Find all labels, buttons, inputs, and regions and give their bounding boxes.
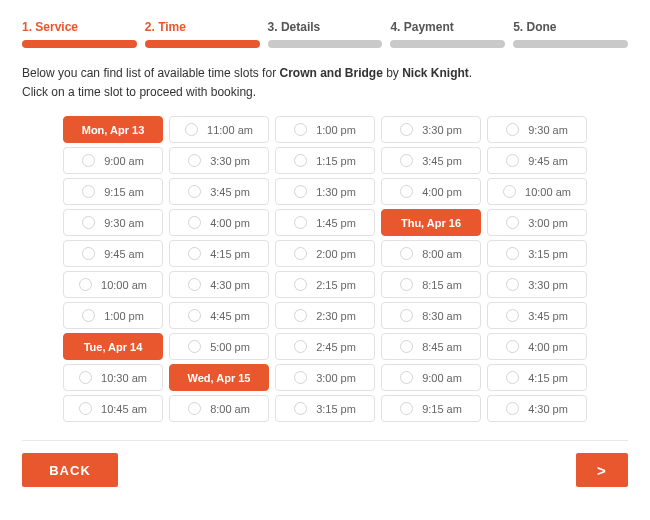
radio-icon — [188, 154, 201, 167]
timeslot[interactable]: 3:45 pm — [381, 147, 481, 174]
next-button[interactable]: > — [576, 453, 628, 487]
timeslot[interactable]: 3:15 pm — [487, 240, 587, 267]
timeslot-column: 3:30 pm3:45 pm4:00 pmThu, Apr 168:00 am8… — [381, 116, 481, 422]
step-label: 1. Service — [22, 20, 137, 34]
timeslot[interactable]: 11:00 am — [169, 116, 269, 143]
radio-icon — [400, 185, 413, 198]
slot-time: 9:45 am — [104, 248, 144, 260]
timeslot[interactable]: 3:30 pm — [487, 271, 587, 298]
back-button[interactable]: BACK — [22, 453, 118, 487]
timeslot[interactable]: 9:15 am — [63, 178, 163, 205]
timeslot[interactable]: 10:00 am — [63, 271, 163, 298]
slot-time: 9:45 am — [528, 155, 568, 167]
timeslot[interactable]: 10:30 am — [63, 364, 163, 391]
day-label: Tue, Apr 14 — [84, 341, 143, 353]
radio-icon — [188, 309, 201, 322]
step-bar — [268, 40, 383, 48]
timeslot[interactable]: 1:00 pm — [275, 116, 375, 143]
radio-icon — [188, 247, 201, 260]
timeslot[interactable]: 3:45 pm — [169, 178, 269, 205]
timeslot[interactable]: 2:00 pm — [275, 240, 375, 267]
slot-time: 3:45 pm — [210, 186, 250, 198]
radio-icon — [506, 123, 519, 136]
slot-time: 9:00 am — [422, 372, 462, 384]
timeslot[interactable]: 3:15 pm — [275, 395, 375, 422]
timeslot[interactable]: 4:00 pm — [487, 333, 587, 360]
timeslot[interactable]: 3:30 pm — [169, 147, 269, 174]
timeslot[interactable]: 1:45 pm — [275, 209, 375, 236]
service-name: Crown and Bridge — [279, 66, 382, 80]
slot-time: 2:30 pm — [316, 310, 356, 322]
timeslot[interactable]: 4:00 pm — [381, 178, 481, 205]
timeslot[interactable]: 8:45 am — [381, 333, 481, 360]
timeslot[interactable]: 2:45 pm — [275, 333, 375, 360]
radio-icon — [294, 247, 307, 260]
timeslot[interactable]: 9:30 am — [63, 209, 163, 236]
radio-icon — [294, 402, 307, 415]
slot-time: 10:00 am — [101, 279, 147, 291]
slot-time: 2:00 pm — [316, 248, 356, 260]
radio-icon — [400, 402, 413, 415]
radio-icon — [188, 216, 201, 229]
radio-icon — [294, 278, 307, 291]
timeslot[interactable]: 3:00 pm — [275, 364, 375, 391]
timeslot[interactable]: 3:00 pm — [487, 209, 587, 236]
timeslot[interactable]: 8:00 am — [381, 240, 481, 267]
timeslot[interactable]: 9:45 am — [487, 147, 587, 174]
step-item[interactable]: 5. Done — [513, 20, 628, 48]
slot-time: 2:15 pm — [316, 279, 356, 291]
stepper: 1. Service2. Time3. Details4. Payment5. … — [22, 20, 628, 48]
radio-icon — [506, 371, 519, 384]
timeslot[interactable]: 4:15 pm — [487, 364, 587, 391]
timeslot[interactable]: 8:15 am — [381, 271, 481, 298]
timeslot[interactable]: 4:45 pm — [169, 302, 269, 329]
radio-icon — [188, 340, 201, 353]
timeslot[interactable]: 1:30 pm — [275, 178, 375, 205]
slot-time: 4:00 pm — [422, 186, 462, 198]
timeslot[interactable]: 3:45 pm — [487, 302, 587, 329]
day-header: Wed, Apr 15 — [169, 364, 269, 391]
timeslot[interactable]: 9:45 am — [63, 240, 163, 267]
timeslot[interactable]: 8:30 am — [381, 302, 481, 329]
timeslot[interactable]: 9:00 am — [63, 147, 163, 174]
timeslot[interactable]: 5:00 pm — [169, 333, 269, 360]
slot-time: 11:00 am — [207, 124, 253, 136]
intro-text: Below you can find list of available tim… — [22, 64, 628, 102]
radio-icon — [503, 185, 516, 198]
slot-time: 9:30 am — [528, 124, 568, 136]
radio-icon — [82, 247, 95, 260]
timeslot[interactable]: 8:00 am — [169, 395, 269, 422]
step-item[interactable]: 1. Service — [22, 20, 137, 48]
radio-icon — [82, 185, 95, 198]
radio-icon — [400, 371, 413, 384]
radio-icon — [188, 185, 201, 198]
timeslot[interactable]: 10:00 am — [487, 178, 587, 205]
timeslot[interactable]: 2:15 pm — [275, 271, 375, 298]
timeslot[interactable]: 1:15 pm — [275, 147, 375, 174]
step-item[interactable]: 4. Payment — [390, 20, 505, 48]
radio-icon — [400, 309, 413, 322]
radio-icon — [188, 402, 201, 415]
timeslot[interactable]: 4:00 pm — [169, 209, 269, 236]
timeslot[interactable]: 4:15 pm — [169, 240, 269, 267]
timeslot[interactable]: 2:30 pm — [275, 302, 375, 329]
timeslot[interactable]: 10:45 am — [63, 395, 163, 422]
day-label: Mon, Apr 13 — [82, 124, 145, 136]
timeslot[interactable]: 9:30 am — [487, 116, 587, 143]
step-item[interactable]: 3. Details — [268, 20, 383, 48]
timeslot[interactable]: 3:30 pm — [381, 116, 481, 143]
slot-time: 4:00 pm — [210, 217, 250, 229]
radio-icon — [82, 309, 95, 322]
timeslot[interactable]: 1:00 pm — [63, 302, 163, 329]
timeslot[interactable]: 4:30 pm — [169, 271, 269, 298]
timeslot[interactable]: 9:00 am — [381, 364, 481, 391]
day-header: Tue, Apr 14 — [63, 333, 163, 360]
timeslot[interactable]: 4:30 pm — [487, 395, 587, 422]
slot-time: 1:30 pm — [316, 186, 356, 198]
timeslot-column: Mon, Apr 139:00 am9:15 am9:30 am9:45 am1… — [63, 116, 163, 422]
step-item[interactable]: 2. Time — [145, 20, 260, 48]
slot-time: 4:30 pm — [210, 279, 250, 291]
radio-icon — [400, 340, 413, 353]
timeslot[interactable]: 9:15 am — [381, 395, 481, 422]
radio-icon — [506, 278, 519, 291]
